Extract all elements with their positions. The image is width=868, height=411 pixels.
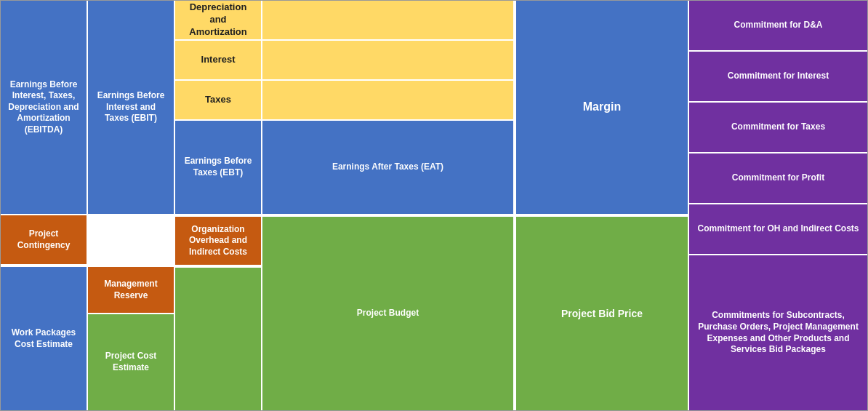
project-cost-estimate-block: Project Cost Estimate	[88, 313, 175, 410]
taxes-wide-block	[262, 81, 515, 121]
ebit-label: Earnings Before Interest and Taxes (EBIT…	[94, 90, 168, 124]
section-mid: Margin Project Bid Price	[515, 1, 689, 410]
commit-oh-label: Commitment for OH and Indirect Costs	[697, 223, 859, 235]
project-contingency-block: Project Contingency	[1, 215, 88, 266]
project-bid-price-block: Project Bid Price	[515, 215, 689, 410]
depreciation-label: Depreciation and Amortization	[181, 1, 255, 39]
commit-taxes-block: Commitment for Taxes	[689, 103, 867, 153]
work-packages-label: Work Packages Cost Estimate	[7, 327, 81, 350]
col3-pce-block	[175, 266, 262, 410]
commit-taxes-label: Commitment for Taxes	[731, 121, 825, 133]
dep-wide-block	[262, 1, 515, 41]
interest-col3-block: Interest	[175, 41, 262, 81]
project-cost-estimate-label: Project Cost Estimate	[94, 351, 168, 373]
commit-subcontracts-label: Commitments for Subcontracts, Purchase O…	[695, 310, 861, 355]
commit-interest-block: Commitment for Interest	[689, 52, 867, 103]
taxes-col3-block: Taxes	[175, 81, 262, 121]
commit-da-label: Commitment for D&A	[734, 20, 823, 31]
project-budget-label: Project Budget	[357, 308, 419, 319]
commit-subcontracts-block: Commitments for Subcontracts, Purchase O…	[689, 255, 867, 410]
ebitda-block: Earnings Before Interest, Taxes, Depreci…	[1, 1, 88, 215]
ebt-label: Earnings Before Taxes (EBT)	[181, 156, 255, 178]
diagram: Earnings Before Interest, Taxes, Depreci…	[0, 0, 868, 411]
margin-label: Margin	[583, 100, 621, 115]
ebitda-label: Earnings Before Interest, Taxes, Depreci…	[7, 79, 81, 136]
taxes-col3-label: Taxes	[205, 94, 231, 106]
eat-block: Earnings After Taxes (EAT)	[262, 121, 515, 215]
ebit-block: Earnings Before Interest and Taxes (EBIT…	[88, 1, 175, 215]
work-packages-block: Work Packages Cost Estimate	[1, 266, 88, 410]
commit-profit-label: Commitment for Profit	[732, 172, 824, 184]
col-ebit: Earnings Before Interest and Taxes (EBIT…	[88, 1, 175, 410]
management-reserve-label: Management Reserve	[94, 279, 168, 301]
commit-interest-label: Commitment for Interest	[728, 71, 829, 82]
project-bid-price-label: Project Bid Price	[561, 307, 643, 320]
commit-profit-block: Commitment for Profit	[689, 153, 867, 204]
margin-block: Margin	[515, 1, 689, 215]
oh-indirect-block: Organization Overhead and Indirect Costs	[175, 215, 262, 266]
col-ebitda: Earnings Before Interest, Taxes, Depreci…	[1, 1, 88, 410]
interest-col3-label: Interest	[201, 54, 236, 66]
eat-label: Earnings After Taxes (EAT)	[332, 161, 443, 173]
management-reserve-block: Management Reserve	[88, 266, 175, 313]
int-wide-block	[262, 41, 515, 81]
ebit-white-space	[88, 215, 175, 266]
col-dep: Depreciation and Amortization Interest T…	[175, 1, 262, 410]
depreciation-block: Depreciation and Amortization	[175, 1, 262, 41]
project-contingency-label: Project Contingency	[7, 228, 81, 251]
oh-indirect-label: Organization Overhead and Indirect Costs	[181, 224, 255, 258]
commitments-panel: Commitment for D&A Commitment for Intere…	[689, 1, 867, 410]
col-eat: Earnings After Taxes (EAT) Project Budge…	[262, 1, 515, 410]
project-budget-block: Project Budget	[262, 215, 515, 410]
ebt-block: Earnings Before Taxes (EBT)	[175, 121, 262, 215]
commit-oh-block: Commitment for OH and Indirect Costs	[689, 204, 867, 255]
commit-da-block: Commitment for D&A	[689, 1, 867, 52]
